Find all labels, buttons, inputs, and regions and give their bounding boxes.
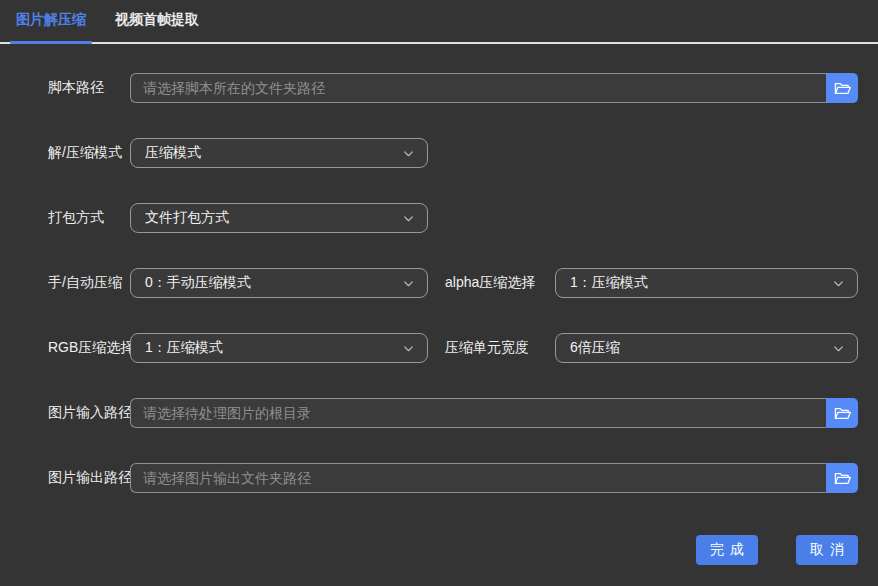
tab-label: 图片解压缩	[16, 11, 86, 27]
form-row-manual-alpha: 手/自动压缩 0：手动压缩模式 alpha压缩选择 1：压缩模式	[48, 268, 858, 298]
tab-bar: 图片解压缩 视频首帧提取	[0, 0, 878, 44]
tab-image-decompress[interactable]: 图片解压缩	[10, 11, 92, 42]
form-row-script-path: 脚本路径	[48, 73, 858, 103]
cancel-button[interactable]: 取消	[796, 535, 858, 565]
folder-open-icon	[834, 406, 851, 421]
output-path-browse-button[interactable]	[826, 463, 858, 493]
packing-label: 打包方式	[48, 209, 130, 227]
form-row-packing: 打包方式 文件打包方式	[48, 203, 858, 233]
input-path-label: 图片输入路径	[48, 404, 130, 422]
compress-mode-value: 压缩模式	[145, 144, 394, 162]
alpha-select-label: alpha压缩选择	[445, 274, 555, 292]
chevron-down-icon	[832, 277, 845, 290]
chevron-down-icon	[402, 342, 415, 355]
packing-value: 文件打包方式	[145, 209, 394, 227]
folder-open-icon	[834, 471, 851, 486]
form-row-compress-mode: 解/压缩模式 压缩模式	[48, 138, 858, 168]
unit-width-select[interactable]: 6倍压缩	[555, 333, 858, 363]
chevron-down-icon	[832, 342, 845, 355]
manual-auto-label: 手/自动压缩	[48, 274, 130, 292]
settings-form: 脚本路径 解/压缩模式 压缩模式	[0, 44, 878, 493]
form-row-input-path: 图片输入路径	[48, 398, 858, 428]
form-row-output-path: 图片输出路径	[48, 463, 858, 493]
compress-mode-select[interactable]: 压缩模式	[130, 138, 428, 168]
tab-video-first-frame[interactable]: 视频首帧提取	[109, 11, 205, 42]
unit-width-value: 6倍压缩	[570, 339, 824, 357]
done-button[interactable]: 完成	[696, 535, 758, 565]
input-path-input[interactable]	[130, 398, 826, 428]
tab-label: 视频首帧提取	[115, 11, 199, 27]
chevron-down-icon	[402, 147, 415, 160]
script-path-input[interactable]	[130, 73, 826, 103]
footer-actions: 完成 取消	[0, 528, 878, 565]
script-path-group	[130, 73, 858, 103]
rgb-select-label: RGB压缩选择	[48, 339, 130, 357]
rgb-select[interactable]: 1：压缩模式	[130, 333, 428, 363]
manual-auto-value: 0：手动压缩模式	[145, 274, 394, 292]
input-path-browse-button[interactable]	[826, 398, 858, 428]
unit-width-label: 压缩单元宽度	[445, 339, 555, 357]
folder-open-icon	[834, 81, 851, 96]
output-path-label: 图片输出路径	[48, 469, 130, 487]
form-row-rgb-unit: RGB压缩选择 1：压缩模式 压缩单元宽度 6倍压缩	[48, 333, 858, 363]
compress-mode-label: 解/压缩模式	[48, 144, 130, 162]
active-tab-indicator	[10, 41, 92, 44]
image-compression-tool-window: 图片解压缩 视频首帧提取 脚本路径 解/压缩模式	[0, 0, 878, 586]
chevron-down-icon	[402, 277, 415, 290]
chevron-down-icon	[402, 212, 415, 225]
manual-auto-select[interactable]: 0：手动压缩模式	[130, 268, 428, 298]
alpha-select[interactable]: 1：压缩模式	[555, 268, 858, 298]
alpha-select-value: 1：压缩模式	[570, 274, 824, 292]
output-path-input[interactable]	[130, 463, 826, 493]
packing-select[interactable]: 文件打包方式	[130, 203, 428, 233]
output-path-group	[130, 463, 858, 493]
script-path-browse-button[interactable]	[826, 73, 858, 103]
script-path-label: 脚本路径	[48, 79, 130, 97]
rgb-select-value: 1：压缩模式	[145, 339, 394, 357]
input-path-group	[130, 398, 858, 428]
